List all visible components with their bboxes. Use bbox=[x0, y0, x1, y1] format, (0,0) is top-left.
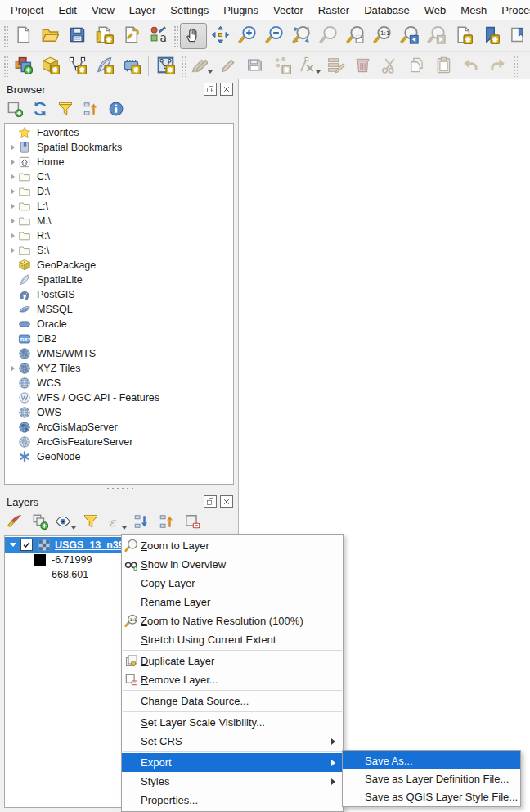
browser-item-home[interactable]: Home bbox=[5, 155, 233, 169]
styling-dock-button[interactable] bbox=[4, 512, 25, 532]
add-selected-layers-button[interactable] bbox=[4, 100, 25, 120]
browser-item-c[interactable]: C:\ bbox=[5, 169, 233, 184]
context-item-duplicate-layer[interactable]: Duplicate Layer bbox=[122, 652, 343, 670]
show-layout-manager-button[interactable] bbox=[118, 23, 145, 49]
submenu-item-save-as-layer-definition-file[interactable]: Save as Layer Definition File... bbox=[343, 769, 520, 787]
context-item-copy-layer[interactable]: Copy Layer bbox=[122, 574, 343, 593]
new-print-layout-button[interactable] bbox=[91, 23, 118, 49]
context-item-remove-layer[interactable]: Remove Layer... bbox=[122, 670, 343, 689]
filter-legend-button[interactable] bbox=[80, 512, 101, 532]
expand-arrow-icon[interactable] bbox=[7, 203, 18, 210]
context-item-set-layer-scale-visibility[interactable]: Set Layer Scale Visibility... bbox=[122, 713, 343, 732]
submenu-item-save-as-qgis-layer-style-file[interactable]: Save as QGIS Layer Style File... bbox=[343, 787, 520, 805]
style-manager-button[interactable]: a bbox=[145, 23, 172, 49]
toolbar-grip[interactable] bbox=[3, 25, 8, 47]
browser-properties-button[interactable] bbox=[106, 100, 127, 120]
new-spatial-bookmark-button[interactable] bbox=[477, 23, 504, 49]
add-group-button[interactable] bbox=[29, 512, 51, 532]
toolbar-grip[interactable] bbox=[513, 56, 518, 77]
toolbar-grip[interactable] bbox=[181, 56, 186, 77]
new-spatialite-button[interactable] bbox=[91, 53, 118, 79]
menu-web[interactable]: Web bbox=[417, 2, 454, 19]
context-item-zoom-to-native-resolution-100[interactable]: 1:1Zoom to Native Resolution (100%) bbox=[122, 611, 343, 630]
manage-map-themes-button[interactable] bbox=[55, 512, 76, 532]
save-project-button[interactable] bbox=[64, 23, 91, 49]
layer-visibility-checkbox[interactable] bbox=[20, 539, 33, 551]
new-virtual-layer-button[interactable] bbox=[152, 53, 179, 79]
collapse-all-button[interactable] bbox=[156, 512, 177, 532]
menu-database[interactable]: Database bbox=[357, 2, 417, 19]
browser-item-arcgismapserver[interactable]: ArcGisMapServer bbox=[5, 420, 233, 435]
expand-all-button[interactable] bbox=[131, 512, 152, 532]
refresh-browser-button[interactable] bbox=[29, 100, 51, 120]
context-item-styles[interactable]: Styles bbox=[122, 772, 343, 791]
zoom-layer-button[interactable] bbox=[342, 23, 369, 49]
browser-item-ows[interactable]: OWS bbox=[5, 405, 233, 420]
submenu-item-save-as[interactable]: Save As... bbox=[343, 751, 520, 769]
browser-item-l[interactable]: L:\ bbox=[5, 199, 233, 214]
menu-processing[interactable]: Processing bbox=[494, 2, 530, 19]
remove-layer-group-button[interactable] bbox=[182, 512, 203, 532]
browser-item-s[interactable]: S:\ bbox=[5, 243, 233, 258]
new-map-view-button[interactable] bbox=[450, 23, 477, 49]
browser-item-m[interactable]: M:\ bbox=[5, 214, 233, 228]
menu-plugins[interactable]: Plugins bbox=[216, 2, 266, 19]
expand-arrow-icon[interactable] bbox=[7, 144, 18, 151]
expand-arrow-icon[interactable] bbox=[7, 174, 18, 180]
browser-item-wfs-ogc-api-features[interactable]: WFS / OGC API - Features bbox=[5, 390, 233, 405]
zoom-last-button[interactable] bbox=[396, 23, 423, 49]
browser-item-spatialite[interactable]: SpatiaLite bbox=[5, 273, 233, 287]
layer-expand-arrow-icon[interactable] bbox=[10, 543, 16, 547]
pan-button[interactable] bbox=[180, 23, 207, 49]
filter-browser-button[interactable] bbox=[55, 100, 76, 120]
context-item-set-crs[interactable]: Set CRS bbox=[122, 732, 343, 751]
data-source-manager-button[interactable] bbox=[10, 53, 37, 79]
expand-arrow-icon[interactable] bbox=[7, 188, 18, 195]
browser-item-geonode[interactable]: GeoNode bbox=[5, 449, 233, 464]
expand-arrow-icon[interactable] bbox=[7, 218, 18, 224]
context-item-properties[interactable]: Properties... bbox=[122, 791, 343, 810]
expand-arrow-icon[interactable] bbox=[7, 247, 18, 254]
browser-item-geopackage[interactable]: GeoPackage bbox=[5, 258, 233, 273]
context-item-change-data-source[interactable]: Change Data Source... bbox=[122, 692, 343, 710]
browser-item-favorites[interactable]: Favorites bbox=[5, 125, 233, 140]
browser-close-button[interactable] bbox=[220, 83, 233, 96]
new-shapefile-button[interactable] bbox=[64, 53, 91, 79]
toolbar-grip[interactable] bbox=[3, 56, 8, 77]
browser-float-button[interactable] bbox=[204, 83, 217, 96]
expand-arrow-icon[interactable] bbox=[7, 365, 18, 372]
expand-arrow-icon[interactable] bbox=[7, 159, 18, 165]
browser-item-d[interactable]: D:\ bbox=[5, 184, 233, 199]
context-item-show-in-overview[interactable]: Show in Overview bbox=[122, 555, 343, 574]
context-item-export[interactable]: Export bbox=[122, 753, 343, 772]
menu-raster[interactable]: Raster bbox=[311, 2, 357, 19]
pan-selection-button[interactable] bbox=[207, 23, 234, 49]
browser-item-wcs[interactable]: WCS bbox=[5, 376, 233, 390]
layers-float-button[interactable] bbox=[204, 495, 217, 508]
browser-item-xyz-tiles[interactable]: XYZ Tiles bbox=[5, 361, 233, 376]
expand-arrow-icon[interactable] bbox=[7, 232, 18, 239]
browser-item-arcgisfeatureserver[interactable]: ArcGisFeatureServer bbox=[5, 435, 233, 449]
browser-item-mssql[interactable]: MSSQL bbox=[5, 302, 233, 317]
menu-mesh[interactable]: Mesh bbox=[453, 2, 494, 19]
new-project-button[interactable] bbox=[10, 23, 37, 49]
toolbar-grip[interactable] bbox=[173, 25, 178, 47]
collapse-all-button[interactable] bbox=[80, 100, 101, 120]
browser-item-postgis[interactable]: PostGIS bbox=[5, 287, 233, 302]
browser-item-r[interactable]: R:\ bbox=[5, 228, 233, 243]
browser-item-db2[interactable]: DB2DB2 bbox=[5, 332, 233, 346]
context-item-zoom-to-layer[interactable]: Zoom to Layer bbox=[122, 536, 343, 555]
zoom-native-button[interactable]: 1:1 bbox=[369, 23, 396, 49]
menu-vector[interactable]: Vector bbox=[266, 2, 311, 19]
menu-project[interactable]: Project bbox=[3, 2, 51, 19]
context-item-stretch-using-current-extent[interactable]: Stretch Using Current Extent bbox=[122, 630, 343, 649]
show-spatial-bookmarks-button[interactable] bbox=[504, 23, 530, 49]
zoom-in-button[interactable] bbox=[234, 23, 261, 49]
zoom-full-button[interactable] bbox=[288, 23, 315, 49]
menu-layer[interactable]: Layer bbox=[122, 2, 164, 19]
browser-item-wms-wmts[interactable]: WMS/WMTS bbox=[5, 346, 233, 361]
context-item-rename-layer[interactable]: Rename Layer bbox=[122, 593, 343, 611]
menu-view[interactable]: View bbox=[84, 2, 122, 19]
menu-settings[interactable]: Settings bbox=[163, 2, 216, 19]
new-geopackage-button[interactable] bbox=[37, 53, 64, 79]
